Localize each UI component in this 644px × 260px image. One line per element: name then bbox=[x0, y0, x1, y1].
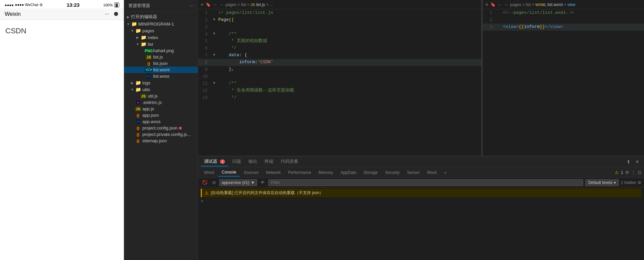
devtools-dock-icon[interactable]: ⊡ bbox=[638, 170, 641, 175]
devtools-menu-icon[interactable]: ⋮ bbox=[631, 170, 636, 175]
console-toolbar: 🚫 ⊘ appservice (#1) ▼ 👁 Default levels ▾… bbox=[198, 178, 644, 187]
wxml-bookmark-icon[interactable]: 🔖 bbox=[490, 2, 496, 7]
logs-arrow: ▶ bbox=[130, 81, 135, 85]
code-line-4: 4 ▼ /** bbox=[198, 31, 481, 38]
phone-time: 13:23 bbox=[67, 2, 80, 8]
devtools-tab-console[interactable]: Console bbox=[218, 169, 240, 177]
console-clear-icon[interactable]: ⊘ bbox=[211, 179, 217, 186]
pages-arrow: ▼ bbox=[130, 29, 135, 33]
logs-folder-icon: 📁 bbox=[135, 80, 141, 85]
tree-item-list-json[interactable]: ▶ {} list.json bbox=[124, 60, 198, 67]
tree-item-eslintrc[interactable]: ▶ ● .eslintrc.js bbox=[124, 99, 198, 106]
devtools-tab-storage[interactable]: Storage bbox=[360, 169, 381, 176]
root-folder[interactable]: ▼ 📁 MINIPROGRAM-1 bbox=[124, 21, 198, 27]
utils-label: utils bbox=[142, 87, 150, 92]
project-config-icon: {} bbox=[135, 126, 141, 131]
devtools-tab-performance[interactable]: Performance bbox=[285, 169, 315, 176]
console-cursor-prompt[interactable]: > bbox=[201, 197, 641, 205]
file-tree-panel: 资源管理器 ··· ▶ 打开的编辑器 ▼ 📁 MINIPROGRAM-1 ▼ 📁… bbox=[124, 0, 198, 260]
wxml-file-icon: WXML bbox=[535, 3, 546, 7]
util-js-label: util.js bbox=[148, 94, 158, 99]
code-line-11: 11 ▼ /** bbox=[198, 80, 481, 87]
wxml-file-name: list.wxml bbox=[548, 2, 563, 7]
devtools-tab-sources[interactable]: Sources bbox=[240, 169, 262, 176]
devtools-tab-mock[interactable]: Mock bbox=[424, 169, 440, 176]
tree-item-sitemap[interactable]: ▶ {} sitemap.json bbox=[124, 138, 198, 144]
console-stop-icon[interactable]: 🚫 bbox=[201, 179, 209, 186]
debugger-badge: 1 bbox=[220, 159, 225, 164]
devtools-tab-appdata[interactable]: AppData bbox=[337, 169, 360, 176]
panel-close-icon[interactable]: ✕ bbox=[633, 158, 641, 165]
panel-expand-icon[interactable]: ⬆ bbox=[625, 158, 633, 165]
list-folder-icon: 📁 bbox=[140, 41, 146, 47]
devtools-settings-icon[interactable]: ⚙ bbox=[625, 170, 629, 175]
root-folder-icon: 📁 bbox=[131, 21, 137, 27]
tree-item-app-wxss[interactable]: ▶ ~ app.wxss bbox=[124, 118, 198, 125]
console-body: ⚠ [自动热重载] 已开启代码文件保存后自动热重载（不支持 json） > bbox=[198, 187, 644, 260]
wxml-back-icon[interactable]: ← bbox=[498, 2, 502, 7]
wechat-label: ●●●● WeChat 令 bbox=[15, 2, 43, 7]
bookmark-icon[interactable]: 🔖 bbox=[205, 2, 211, 7]
phone-status-left: ●●●● ●●●● WeChat 令 bbox=[5, 2, 43, 7]
forward-icon[interactable]: → bbox=[219, 2, 224, 7]
tree-item-index[interactable]: ▶ 📁 index bbox=[124, 34, 198, 41]
tree-item-list[interactable]: ▼ 📁 list bbox=[124, 41, 198, 47]
default-levels-arrow: ▾ bbox=[614, 180, 616, 185]
app-json-label: app.json bbox=[142, 113, 159, 118]
tab-terminal[interactable]: 终端 bbox=[261, 157, 277, 166]
tree-item-list-wxss[interactable]: ▶ ~ list.wxss bbox=[124, 73, 198, 79]
tree-item-app-js[interactable]: ▶ JS app.js bbox=[124, 106, 198, 112]
wxml-line-1: 1 <!--pages/list/list.wxml--> bbox=[483, 9, 644, 16]
js-file-name: list.js bbox=[256, 2, 265, 7]
tab-code-quality[interactable]: 代码质量 bbox=[277, 157, 302, 166]
tree-item-util-js[interactable]: ▶ JS util.js bbox=[124, 93, 198, 99]
wxml-menu-icon[interactable]: ≡ bbox=[486, 2, 488, 7]
tree-item-project-private[interactable]: ▶ {} project.private.config.js... bbox=[124, 131, 198, 138]
devtools-tab-wxml[interactable]: Wxml bbox=[201, 169, 218, 176]
appservice-selector[interactable]: appservice (#1) ▼ bbox=[219, 179, 257, 186]
console-filter-input[interactable] bbox=[268, 179, 583, 186]
tab-debugger[interactable]: 调试器 1 bbox=[201, 157, 228, 166]
devtools-tab-security[interactable]: Security bbox=[382, 169, 403, 176]
tree-item-list-js[interactable]: ▶ JS list.js bbox=[124, 54, 198, 60]
code-line-12: 12 * 生命周期函数--监听页面加载 bbox=[198, 87, 481, 94]
tree-item-project-config[interactable]: ▶ {} project.config.json bbox=[124, 125, 198, 131]
file-tree-body: ▶ 打开的编辑器 ▼ 📁 MINIPROGRAM-1 ▼ 📁 pages ▶ 📁… bbox=[124, 12, 198, 260]
devtools-tab-more[interactable]: » bbox=[441, 169, 450, 176]
wxml-forward-icon[interactable]: → bbox=[504, 2, 508, 7]
phone-nav-bar: Weixin ··· ⏺ bbox=[0, 8, 124, 20]
phone-nav-dots[interactable]: ··· bbox=[105, 11, 109, 17]
app-wxss-icon: ~ bbox=[135, 119, 141, 124]
root-folder-label: MINIPROGRAM-1 bbox=[138, 22, 174, 27]
tree-item-app-json[interactable]: ▶ {} app.json bbox=[124, 112, 198, 118]
tree-item-pages[interactable]: ▼ 📁 pages bbox=[124, 27, 198, 34]
phone-nav-record[interactable]: ⏺ bbox=[113, 10, 119, 17]
default-levels-dropdown[interactable]: Default levels ▾ bbox=[585, 179, 619, 186]
warning-icon: ⚠ bbox=[204, 190, 209, 196]
file-tree-header: 资源管理器 ··· bbox=[124, 0, 198, 12]
code-line-9: 9 }, bbox=[198, 66, 481, 73]
tree-item-utils[interactable]: ▼ 📁 utils bbox=[124, 86, 198, 93]
open-editors-label: 打开的编辑器 bbox=[131, 14, 157, 20]
list-wxml-icon: ≺/≻ bbox=[146, 67, 152, 72]
devtools-tab-bar: Wxml Console Sources Network Performance… bbox=[198, 167, 644, 178]
devtools-tab-sensor[interactable]: Sensor bbox=[404, 169, 423, 176]
tree-item-haha4[interactable]: ▶ PNG haha4.png bbox=[124, 47, 198, 54]
appservice-dropdown-arrow: ▼ bbox=[251, 180, 255, 185]
open-editors-section[interactable]: ▶ 打开的编辑器 bbox=[124, 13, 198, 21]
devtools-tab-network[interactable]: Network bbox=[263, 169, 284, 176]
file-tree-menu[interactable]: ··· bbox=[189, 3, 194, 9]
tree-item-list-wxml[interactable]: ▶ ≺/≻ list.wxml bbox=[124, 67, 198, 73]
back-icon[interactable]: ← bbox=[213, 2, 217, 7]
menu-icon[interactable]: ≡ bbox=[201, 2, 203, 7]
logs-label: logs bbox=[142, 80, 150, 85]
tab-problems[interactable]: 问题 bbox=[229, 157, 244, 166]
tab-output[interactable]: 输出 bbox=[245, 157, 261, 166]
index-arrow: ▶ bbox=[135, 36, 140, 39]
warning-count-icon[interactable]: ⚠ bbox=[615, 170, 619, 175]
hidden-settings-icon[interactable]: ⚙ bbox=[638, 180, 641, 185]
devtools-tab-memory[interactable]: Memory bbox=[315, 169, 336, 176]
phone-nav-icons[interactable]: ··· ⏺ bbox=[105, 10, 119, 17]
tree-item-logs[interactable]: ▶ 📁 logs bbox=[124, 79, 198, 86]
eye-icon[interactable]: 👁 bbox=[259, 179, 266, 186]
